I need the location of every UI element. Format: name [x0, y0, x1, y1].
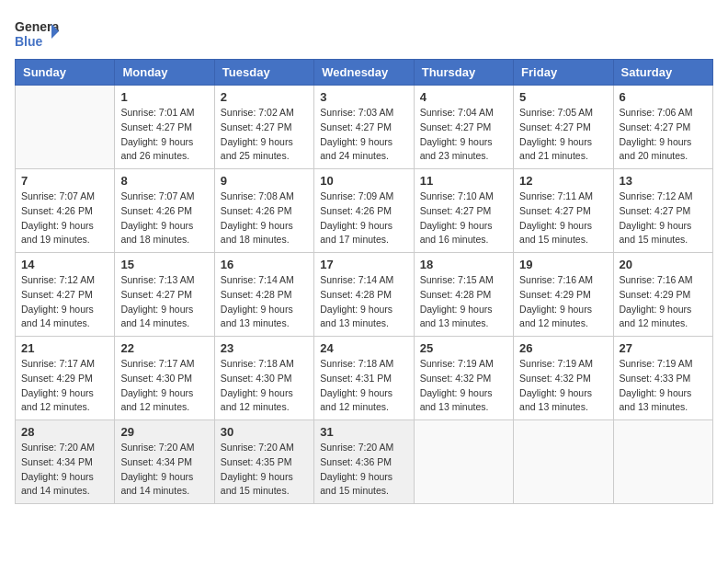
calendar-cell: 15Sunrise: 7:13 AMSunset: 4:27 PMDayligh… — [115, 253, 214, 337]
day-number: 23 — [221, 341, 308, 355]
calendar-weekday-saturday: Saturday — [613, 60, 712, 86]
day-number: 15 — [120, 258, 208, 271]
day-number: 12 — [519, 174, 607, 188]
calendar-cell: 14Sunrise: 7:12 AMSunset: 4:27 PMDayligh… — [16, 253, 115, 337]
day-number: 24 — [320, 341, 407, 355]
day-info: Sunrise: 7:17 AMSunset: 4:30 PMDaylight:… — [120, 357, 208, 415]
day-info: Sunrise: 7:13 AMSunset: 4:27 PMDaylight:… — [120, 273, 208, 331]
day-number: 8 — [120, 174, 208, 188]
day-number: 21 — [21, 341, 108, 355]
day-info: Sunrise: 7:18 AMSunset: 4:31 PMDaylight:… — [320, 357, 407, 415]
calendar-cell: 19Sunrise: 7:16 AMSunset: 4:29 PMDayligh… — [514, 253, 613, 337]
day-number: 2 — [221, 90, 308, 104]
day-info: Sunrise: 7:20 AMSunset: 4:36 PMDaylight:… — [320, 441, 407, 499]
day-number: 17 — [320, 258, 407, 271]
calendar-weekday-thursday: Thursday — [414, 60, 513, 86]
day-info: Sunrise: 7:12 AMSunset: 4:27 PMDaylight:… — [620, 190, 707, 247]
calendar-cell: 5Sunrise: 7:05 AMSunset: 4:27 PMDaylight… — [514, 86, 613, 169]
day-info: Sunrise: 7:07 AMSunset: 4:26 PMDaylight:… — [21, 190, 108, 247]
calendar-cell: 2Sunrise: 7:02 AMSunset: 4:27 PMDaylight… — [214, 86, 313, 169]
day-info: Sunrise: 7:14 AMSunset: 4:28 PMDaylight:… — [320, 273, 407, 331]
calendar-week-row: 28Sunrise: 7:20 AMSunset: 4:34 PMDayligh… — [16, 420, 713, 504]
calendar-cell: 20Sunrise: 7:16 AMSunset: 4:29 PMDayligh… — [613, 253, 712, 337]
day-info: Sunrise: 7:16 AMSunset: 4:29 PMDaylight:… — [620, 273, 707, 331]
day-info: Sunrise: 7:20 AMSunset: 4:34 PMDaylight:… — [120, 441, 208, 499]
calendar-cell: 10Sunrise: 7:09 AMSunset: 4:26 PMDayligh… — [314, 169, 414, 253]
day-number: 10 — [320, 174, 407, 188]
calendar-header-row: SundayMondayTuesdayWednesdayThursdayFrid… — [16, 60, 713, 86]
calendar-cell: 22Sunrise: 7:17 AMSunset: 4:30 PMDayligh… — [115, 337, 214, 420]
day-info: Sunrise: 7:16 AMSunset: 4:29 PMDaylight:… — [519, 273, 607, 331]
calendar-cell: 7Sunrise: 7:07 AMSunset: 4:26 PMDaylight… — [16, 169, 115, 253]
day-number: 19 — [519, 258, 607, 271]
calendar-week-row: 1Sunrise: 7:01 AMSunset: 4:27 PMDaylight… — [16, 86, 713, 169]
day-number: 6 — [620, 90, 707, 104]
day-info: Sunrise: 7:19 AMSunset: 4:32 PMDaylight:… — [420, 357, 507, 415]
calendar-weekday-monday: Monday — [115, 60, 214, 86]
day-number: 18 — [420, 258, 507, 271]
day-info: Sunrise: 7:20 AMSunset: 4:34 PMDaylight:… — [21, 441, 108, 499]
day-info: Sunrise: 7:02 AMSunset: 4:27 PMDaylight:… — [221, 106, 308, 164]
day-info: Sunrise: 7:03 AMSunset: 4:27 PMDaylight:… — [320, 106, 407, 164]
day-number: 29 — [120, 425, 208, 439]
day-number: 20 — [620, 258, 707, 271]
calendar-weekday-sunday: Sunday — [16, 60, 115, 86]
day-number: 22 — [120, 341, 208, 355]
day-number: 27 — [620, 341, 707, 355]
calendar-weekday-wednesday: Wednesday — [314, 60, 414, 86]
day-info: Sunrise: 7:19 AMSunset: 4:32 PMDaylight:… — [519, 357, 607, 415]
day-info: Sunrise: 7:11 AMSunset: 4:27 PMDaylight:… — [519, 190, 607, 247]
day-number: 14 — [21, 258, 108, 271]
calendar-cell: 1Sunrise: 7:01 AMSunset: 4:27 PMDaylight… — [115, 86, 214, 169]
day-info: Sunrise: 7:19 AMSunset: 4:33 PMDaylight:… — [620, 357, 707, 415]
day-number: 4 — [420, 90, 507, 104]
calendar-cell: 9Sunrise: 7:08 AMSunset: 4:26 PMDaylight… — [214, 169, 313, 253]
day-number: 11 — [420, 174, 507, 188]
calendar-cell — [16, 86, 115, 169]
svg-text:Blue: Blue — [15, 34, 43, 49]
calendar-table: SundayMondayTuesdayWednesdayThursdayFrid… — [15, 59, 713, 504]
calendar-cell: 26Sunrise: 7:19 AMSunset: 4:32 PMDayligh… — [514, 337, 613, 420]
calendar-cell: 27Sunrise: 7:19 AMSunset: 4:33 PMDayligh… — [613, 337, 712, 420]
day-info: Sunrise: 7:14 AMSunset: 4:28 PMDaylight:… — [221, 273, 308, 331]
day-info: Sunrise: 7:06 AMSunset: 4:27 PMDaylight:… — [620, 106, 707, 164]
calendar-week-row: 14Sunrise: 7:12 AMSunset: 4:27 PMDayligh… — [16, 253, 713, 337]
day-info: Sunrise: 7:17 AMSunset: 4:29 PMDaylight:… — [21, 357, 108, 415]
calendar-week-row: 21Sunrise: 7:17 AMSunset: 4:29 PMDayligh… — [16, 337, 713, 420]
day-number: 9 — [221, 174, 308, 188]
day-info: Sunrise: 7:07 AMSunset: 4:26 PMDaylight:… — [120, 190, 208, 247]
logo: General Blue — [15, 15, 63, 52]
day-info: Sunrise: 7:20 AMSunset: 4:35 PMDaylight:… — [221, 441, 308, 499]
day-number: 13 — [620, 174, 707, 188]
calendar-week-row: 7Sunrise: 7:07 AMSunset: 4:26 PMDaylight… — [16, 169, 713, 253]
calendar-cell — [514, 420, 613, 504]
day-number: 30 — [221, 425, 308, 439]
calendar-cell: 4Sunrise: 7:04 AMSunset: 4:27 PMDaylight… — [414, 86, 513, 169]
day-number: 26 — [519, 341, 607, 355]
calendar-cell: 18Sunrise: 7:15 AMSunset: 4:28 PMDayligh… — [414, 253, 513, 337]
day-info: Sunrise: 7:18 AMSunset: 4:30 PMDaylight:… — [221, 357, 308, 415]
calendar-weekday-tuesday: Tuesday — [214, 60, 313, 86]
calendar-cell: 28Sunrise: 7:20 AMSunset: 4:34 PMDayligh… — [16, 420, 115, 504]
calendar-cell — [613, 420, 712, 504]
calendar-cell: 21Sunrise: 7:17 AMSunset: 4:29 PMDayligh… — [16, 337, 115, 420]
calendar-cell: 31Sunrise: 7:20 AMSunset: 4:36 PMDayligh… — [314, 420, 414, 504]
calendar-weekday-friday: Friday — [514, 60, 613, 86]
day-number: 25 — [420, 341, 507, 355]
calendar-cell: 24Sunrise: 7:18 AMSunset: 4:31 PMDayligh… — [314, 337, 414, 420]
day-number: 3 — [320, 90, 407, 104]
calendar-cell: 8Sunrise: 7:07 AMSunset: 4:26 PMDaylight… — [115, 169, 214, 253]
calendar-cell: 25Sunrise: 7:19 AMSunset: 4:32 PMDayligh… — [414, 337, 513, 420]
day-number: 7 — [21, 174, 108, 188]
calendar-cell: 17Sunrise: 7:14 AMSunset: 4:28 PMDayligh… — [314, 253, 414, 337]
page-header: General Blue — [15, 15, 713, 52]
day-info: Sunrise: 7:05 AMSunset: 4:27 PMDaylight:… — [519, 106, 607, 164]
calendar-cell: 16Sunrise: 7:14 AMSunset: 4:28 PMDayligh… — [214, 253, 313, 337]
calendar-cell: 12Sunrise: 7:11 AMSunset: 4:27 PMDayligh… — [514, 169, 613, 253]
day-info: Sunrise: 7:09 AMSunset: 4:26 PMDaylight:… — [320, 190, 407, 247]
day-number: 1 — [120, 90, 208, 104]
day-info: Sunrise: 7:01 AMSunset: 4:27 PMDaylight:… — [120, 106, 208, 164]
day-number: 28 — [21, 425, 108, 439]
day-number: 5 — [519, 90, 607, 104]
calendar-cell: 23Sunrise: 7:18 AMSunset: 4:30 PMDayligh… — [214, 337, 313, 420]
